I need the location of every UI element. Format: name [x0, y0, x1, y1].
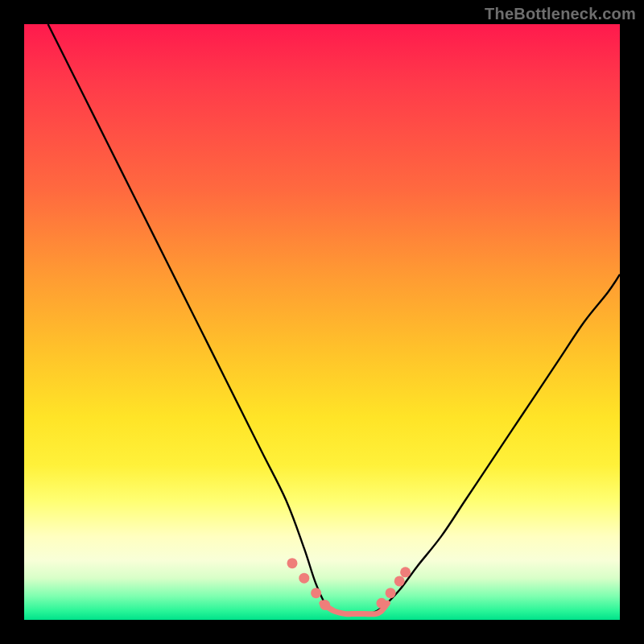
chart-frame: TheBottleneck.com: [0, 0, 644, 644]
left-curve-path: [48, 24, 341, 614]
marker-dot: [311, 588, 321, 598]
marker-dot: [394, 576, 405, 586]
plot-area: [24, 24, 620, 620]
markers-group: [287, 558, 411, 610]
marker-dot: [299, 573, 309, 584]
marker-dot: [400, 567, 411, 577]
marker-dot: [386, 588, 396, 598]
right-curve-path: [369, 275, 620, 614]
watermark-text: TheBottleneck.com: [485, 5, 636, 23]
curves-svg: [24, 24, 620, 620]
marker-dot: [320, 600, 330, 610]
marker-dot: [287, 558, 298, 568]
marker-dot: [377, 598, 387, 609]
